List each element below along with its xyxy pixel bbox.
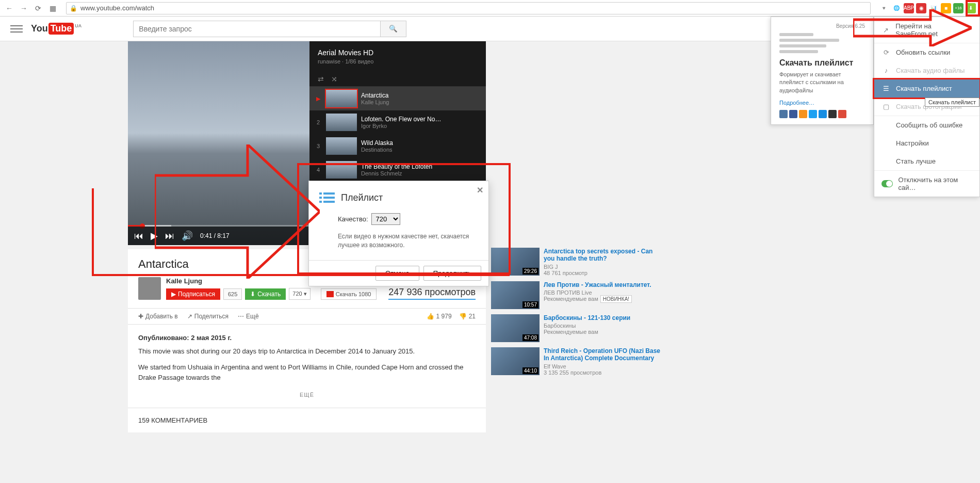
lock-icon: 🔒 bbox=[70, 5, 77, 12]
show-more-button[interactable]: ЕЩЁ bbox=[138, 391, 476, 399]
photo-icon: ▢ bbox=[881, 103, 891, 110]
more-button[interactable]: ⋯ Ещё bbox=[238, 313, 259, 320]
continue-button[interactable]: Продолжить bbox=[423, 266, 481, 281]
view-count: 247 936 просмотров bbox=[388, 287, 476, 300]
repeat-icon[interactable]: ⇄ bbox=[318, 75, 324, 83]
youtube-logo[interactable]: You Tube UA bbox=[31, 23, 81, 35]
subscribe-button[interactable]: ▶ Подписаться bbox=[166, 288, 220, 300]
add-to-button[interactable]: ✚ Добавить в bbox=[138, 313, 178, 320]
quality-select[interactable]: 720 bbox=[371, 213, 400, 225]
like-button[interactable]: 👍 1 979 bbox=[427, 313, 452, 320]
audio-icon: ♪ bbox=[881, 67, 891, 74]
more-link[interactable]: Подробнее… bbox=[779, 100, 865, 106]
savefrom-icon[interactable]: ⬇ bbox=[966, 3, 976, 13]
shuffle-icon[interactable]: ⤨ bbox=[331, 75, 337, 83]
recommendations: 29:26Antarctica top secrets exposed - Ca… bbox=[489, 248, 664, 432]
misc-icon[interactable] bbox=[828, 110, 837, 118]
share-button[interactable]: ↗ Поделиться bbox=[187, 313, 228, 320]
menu-improve[interactable]: Стать лучше bbox=[874, 152, 979, 170]
ok-icon[interactable] bbox=[799, 110, 807, 118]
playlist-item[interactable]: 3Wild AlaskaDestinations bbox=[309, 134, 486, 158]
svg-rect-0 bbox=[319, 192, 322, 195]
ext-red-icon[interactable]: ◉ bbox=[916, 3, 926, 13]
volume-icon[interactable]: 🔊 bbox=[182, 230, 193, 242]
svg-rect-4 bbox=[319, 201, 322, 203]
forward-icon[interactable]: → bbox=[19, 3, 29, 13]
svg-rect-3 bbox=[323, 197, 335, 199]
vk-icon[interactable] bbox=[779, 110, 788, 118]
desc-line: This movie was shot during our 20 days t… bbox=[138, 346, 476, 357]
menu-settings[interactable]: Настройки bbox=[874, 134, 979, 152]
ext-orange-icon[interactable]: ■ bbox=[941, 3, 951, 13]
desc-line: We started from Ushuaia in Argentina and… bbox=[138, 362, 476, 382]
browser-toolbar: ← → ⟳ ▦ 🔒 www.youtube.com/watch ♥ 🌐 ABP … bbox=[0, 0, 980, 17]
cancel-button[interactable]: Отмена bbox=[375, 266, 419, 281]
search-input[interactable] bbox=[133, 21, 381, 37]
search-button[interactable]: 🔍 bbox=[381, 21, 406, 37]
gplus-icon[interactable] bbox=[838, 110, 846, 118]
dislike-button[interactable]: 👎 21 bbox=[459, 313, 476, 320]
heart-icon[interactable]: ♥ bbox=[879, 3, 889, 13]
menu-download-playlist[interactable]: ☰ Скачать плейлист Скачать плейлист bbox=[874, 79, 979, 98]
refresh-icon: ⟳ bbox=[881, 49, 891, 56]
playlist-item[interactable]: 4The Beauty of the LofotenDennis Schmelz bbox=[309, 158, 486, 182]
external-icon: ↗ bbox=[881, 26, 890, 34]
menu-download-audio: ♪ Скачать аудио файлы bbox=[874, 61, 979, 79]
next-icon[interactable]: ⏭ bbox=[165, 231, 174, 242]
menu-goto-savefrom[interactable]: ↗ Перейти на SaveFrom.net bbox=[874, 17, 979, 43]
recommendation-item[interactable]: 44:10Third Reich - Operation UFO (Nazi B… bbox=[489, 347, 664, 376]
facebook-icon[interactable] bbox=[789, 110, 797, 118]
time-display: 0:41 / 8:17 bbox=[200, 232, 230, 239]
modal-note: Если видео в нужном качестве нет, скачае… bbox=[338, 232, 478, 250]
reload-icon[interactable]: ⟳ bbox=[33, 3, 43, 13]
menu-icon[interactable] bbox=[10, 23, 23, 35]
address-bar[interactable]: 🔒 www.youtube.com/watch bbox=[66, 2, 871, 14]
playlist-modal: ✕ Плейлист Качество: 720 Если видео в ну… bbox=[308, 181, 489, 286]
svg-rect-2 bbox=[319, 197, 322, 199]
menu-disable-site[interactable]: Отключить на этом сай… bbox=[874, 171, 979, 197]
svg-rect-1 bbox=[323, 192, 335, 195]
prev-icon[interactable]: ⏮ bbox=[134, 231, 143, 242]
close-icon[interactable]: ✕ bbox=[477, 185, 483, 195]
recommendation-item[interactable]: 10:57Лев Против - Ужасный менталитет.ЛЕВ… bbox=[489, 281, 664, 309]
svg-rect-5 bbox=[323, 201, 335, 203]
player-controls: ⏮ ▶ ⏭ 🔊 0:41 / 8:17 bbox=[128, 227, 309, 245]
url-text: www.youtube.com/watch bbox=[80, 4, 154, 12]
ext-panel-desc: Формирует и скачивает плейлист с ссылкам… bbox=[779, 71, 865, 94]
playlist-title: Aerial Movies HD bbox=[318, 49, 478, 57]
publish-date: Опубликовано: 2 мая 2015 г. bbox=[138, 333, 476, 343]
globe-icon[interactable]: 🌐 bbox=[891, 3, 902, 13]
mail-icon[interactable] bbox=[819, 110, 827, 118]
playlist-item[interactable]: ▶AntarcticaKalle Ljung bbox=[309, 87, 486, 110]
tooltip: Скачать плейлист bbox=[925, 98, 979, 107]
recommendation-item[interactable]: 47:08Барбоскины - 121-130 серииБарбоскин… bbox=[489, 314, 664, 342]
toggle-icon[interactable] bbox=[881, 180, 893, 187]
download-quality[interactable]: 720 ▾ bbox=[289, 288, 310, 300]
apps-icon[interactable]: ▦ bbox=[47, 3, 58, 13]
back-icon[interactable]: ← bbox=[4, 3, 14, 13]
social-icons bbox=[779, 110, 865, 118]
video-actions: ✚ Добавить в ↗ Поделиться ⋯ Ещё 👍 1 979 … bbox=[128, 309, 486, 325]
download-1080-button[interactable]: Скачать 1080 bbox=[321, 288, 377, 300]
menu-refresh-links[interactable]: ⟳ Обновить ссылки bbox=[874, 43, 979, 61]
extension-icons: ♥ 🌐 ABP ◉ 📊 ■ +16 ⬇ bbox=[879, 3, 976, 13]
list-icon bbox=[319, 191, 335, 204]
abp-icon[interactable]: ABP bbox=[904, 3, 914, 13]
video-player[interactable]: ⏮ ▶ ⏭ 🔊 0:41 / 8:17 bbox=[128, 41, 309, 245]
stats-icon[interactable]: 📊 bbox=[928, 3, 939, 13]
play-icon[interactable]: ▶ bbox=[151, 230, 158, 242]
list-icon: ☰ bbox=[881, 85, 891, 92]
menu-report-bug[interactable]: Сообщить об ошибке bbox=[874, 116, 979, 134]
version-label: Версия 6.25 bbox=[779, 23, 865, 29]
playlist-item[interactable]: 2Lofoten. One Flew over No…Igor Byrko bbox=[309, 110, 486, 134]
download-button[interactable]: ⬇ Скачать bbox=[245, 288, 286, 300]
ext-badge-icon[interactable]: +16 bbox=[953, 3, 963, 13]
playlist-meta: runawise · 1/86 видео bbox=[318, 58, 478, 65]
quality-label: Качество: bbox=[338, 215, 368, 223]
extension-menu: ↗ Перейти на SaveFrom.net ⟳ Обновить ссы… bbox=[874, 17, 980, 197]
extension-info-panel: Версия 6.25 Скачать плейлист Формирует и… bbox=[771, 17, 874, 125]
recommendation-item[interactable]: 29:26Antarctica top secrets exposed - Ca… bbox=[489, 248, 664, 276]
channel-avatar[interactable] bbox=[138, 277, 161, 300]
twitter-icon[interactable] bbox=[809, 110, 817, 118]
video-description: Опубликовано: 2 мая 2015 г. This movie w… bbox=[128, 325, 486, 408]
